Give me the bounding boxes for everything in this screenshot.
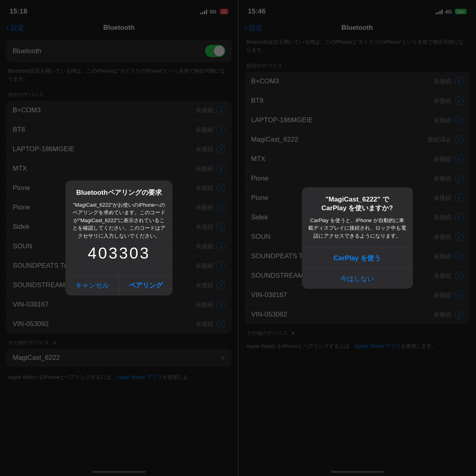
modal-content: Bluetoothペアリングの要求 "MagiCast_6222"がお使いのiP… xyxy=(65,180,173,275)
carplay-modal: "MagiCast_6222" でCarPlay を使いますか? CarPlay… xyxy=(302,187,413,289)
carplay-title: "MagiCast_6222" でCarPlay を使いますか? xyxy=(308,195,407,213)
carplay-modal-overlay: "MagiCast_6222" でCarPlay を使いますか? CarPlay… xyxy=(238,0,476,476)
pairing-modal: Bluetoothペアリングの要求 "MagiCast_6222"がお使いのiP… xyxy=(65,180,173,296)
cancel-button[interactable]: キャンセル xyxy=(65,275,119,296)
carplay-not-now-button[interactable]: 今はしない xyxy=(302,269,413,289)
carplay-modal-content: "MagiCast_6222" でCarPlay を使いますか? CarPlay… xyxy=(302,187,413,242)
phone-panel-left: 15:18 5G 12 ‹ 設定 Bluetooth Bluetooth xyxy=(0,0,238,476)
carplay-message: CarPlay を使うと、iPhone が自動的に車載ディスプレイに接続され、ロ… xyxy=(308,217,407,240)
pairing-code: 403303 xyxy=(72,244,166,262)
carplay-buttons: CarPlay を使う 今はしない xyxy=(302,248,413,289)
carplay-use-button[interactable]: CarPlay を使う xyxy=(302,248,413,269)
pairing-modal-overlay: Bluetoothペアリングの要求 "MagiCast_6222"がお使いのiP… xyxy=(0,0,238,476)
phone-panel-right: 15:46 4G 23+ ‹ 設定 Bluetooth Bluetooth設定を… xyxy=(238,0,476,476)
pair-button[interactable]: ペアリング xyxy=(119,275,173,296)
modal-title: Bluetoothペアリングの要求 xyxy=(72,188,166,197)
modal-buttons: キャンセル ペアリング xyxy=(65,275,173,296)
modal-message: "MagiCast_6222"がお使いのiPhoneへのペアリングを求めています… xyxy=(72,201,166,240)
